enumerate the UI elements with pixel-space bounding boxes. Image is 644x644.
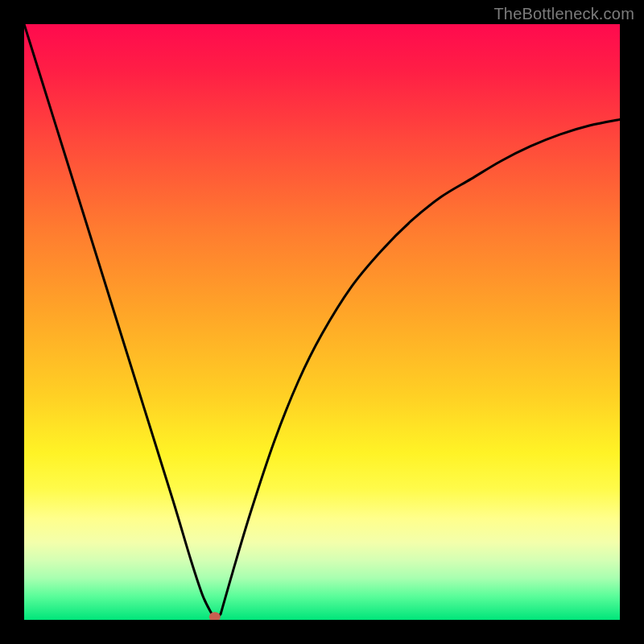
right-branch-path <box>221 119 620 613</box>
plot-area <box>24 24 620 620</box>
bottleneck-curve <box>24 24 620 620</box>
attribution-text: TheBottleneck.com <box>493 5 634 23</box>
chart-stage: TheBottleneck.com <box>0 0 644 644</box>
left-branch-path <box>24 24 212 614</box>
